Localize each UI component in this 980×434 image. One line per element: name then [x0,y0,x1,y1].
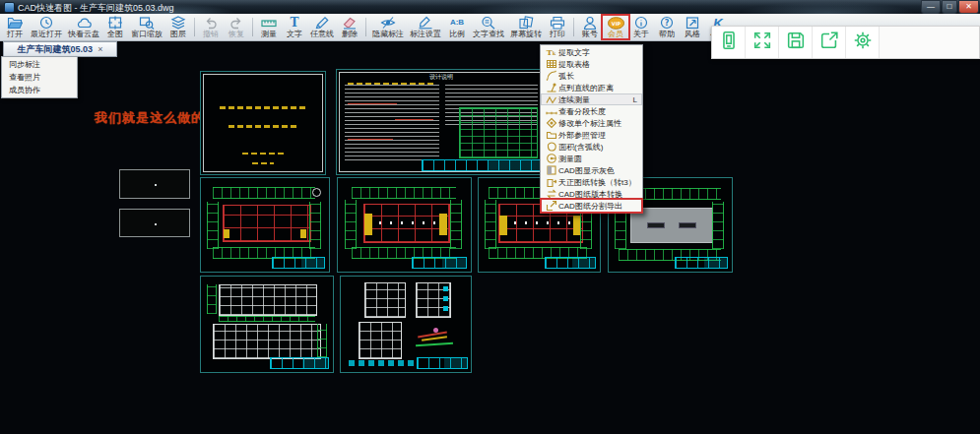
settings-gear-icon [852,30,874,55]
cad-frame-title-page [200,71,326,175]
toolbar-button-about[interactable]: 关于 [628,15,654,39]
toolbar-button-cloud-drive[interactable]: 快看云盘 [65,15,102,39]
title-block-graphic [545,257,596,269]
dimension-lines-graphic [345,200,357,249]
elevation-graphic [213,324,321,359]
maximize-button[interactable]: □ [942,0,957,14]
overlay-button-fullscreen[interactable] [746,27,779,58]
vip-dropdown-menu: Tk 提取文字 提取表格 弧长 点到直线的距离 连续测量 L 查看分段长度 修改… [540,44,643,214]
measure-circle-icon [544,153,558,164]
cad-frame-elevations [200,276,334,373]
menu-item-extract-text[interactable]: Tk 提取文字 [541,46,642,58]
toolbar-button-label: 撤销 [203,30,219,38]
toolbar-button-find-text[interactable]: 文字查找 [470,15,507,39]
toolbar-button-text[interactable]: T 文字 [282,15,307,39]
menu-item-label: 面积(含弧线) [558,142,603,153]
toolbar-button-recent[interactable]: 最近打开 [28,15,65,39]
section-graphic [364,282,406,318]
toolbar-button-label: 帮助 [659,30,675,38]
quick-context-menu: 同步标注 查看照片 成员协作 [1,56,78,98]
overlay-button-device[interactable] [712,27,746,58]
menu-item-point-to-line[interactable]: 点到直线的距离 [541,82,642,93]
canvas-slogan-text: 我们就是这么做的 [95,109,205,127]
toolbar-button-redo[interactable]: 恢复 [224,15,249,39]
drawing-graphic [443,296,448,301]
minimize-button[interactable]: — [921,0,941,14]
drawing-graphic [300,229,306,238]
menu-item-sync-annotation[interactable]: 同步标注 [2,58,77,71]
svg-text:?: ? [665,19,670,28]
title-block-graphic [675,257,728,269]
menu-item-label: 点到直线的距离 [558,83,614,93]
cad-frame-floor-plan-2 [337,177,472,273]
toolbar-button-label: 快看云盘 [68,30,99,38]
menu-item-label: 修改单个标注属性 [558,118,621,129]
toolbar-button-layers[interactable]: 图层 [165,15,191,39]
tab-close-icon[interactable]: × [98,45,102,54]
menu-item-tz-convert[interactable]: 天正图纸转换（转t3） [541,176,642,188]
open-folder-icon [7,16,23,30]
menu-item-continuous-measure[interactable]: 连续测量 L [541,93,642,105]
menu-item-edit-dim[interactable]: 修改单个标注属性 [541,117,642,129]
overlay-button-settings[interactable] [846,27,880,58]
toolbar-button-label: 测量 [261,30,277,38]
document-tab[interactable]: 生产车间建筑05.03 × [3,41,117,57]
menu-item-member-collab[interactable]: 成员协作 [2,84,77,96]
undo-icon [203,16,219,30]
floor-plan-graphic [223,205,311,242]
drawing-graphic [242,153,285,155]
toolbar-button-help[interactable]: ? 帮助 [654,15,680,39]
menu-item-label: 测量圆 [558,154,582,164]
window-title: CAD快速看图 - 生产车间建筑05.03.dwg [18,2,174,15]
layers-icon [170,16,186,30]
menu-item-label: 弧长 [558,71,574,82]
toolbar-button-scale[interactable]: A:B 比例 [444,15,470,39]
toolbar-button-measure[interactable]: 测量 [256,15,282,39]
drawing-graphic [349,360,414,366]
area-icon [544,141,558,153]
menu-item-area[interactable]: 面积(含弧线) [541,141,642,153]
drawing-graphic [443,286,448,291]
toolbar-button-hide-dims[interactable]: 隐藏标注 [369,15,407,39]
menu-item-measure-circle[interactable]: 测量圆 [541,153,642,164]
search-icon [481,16,496,30]
toolbar-button-full-extent[interactable]: 全图 [102,15,128,39]
menu-item-gray-display[interactable]: CAD图显示灰色 [541,164,642,176]
mobile-device-icon [718,30,740,55]
toolbar-button-label: 文字查找 [473,30,504,38]
toolbar-button-account[interactable]: 账号 [577,15,603,39]
toolbar-button-freeline[interactable]: 任意线 [307,15,337,39]
toolbar-button-dim-settings[interactable]: 标注设置 [407,15,444,39]
toolbar-button-style[interactable]: 风格 [680,15,705,39]
menu-item-arc-length[interactable]: 弧长 [541,70,642,82]
overlay-button-save[interactable] [779,27,813,58]
menu-item-xref-manage[interactable]: 外部参照管理 [541,129,642,141]
overlay-button-share[interactable] [813,27,846,58]
toolbar-button-delete[interactable]: 删除 [337,15,362,39]
dimension-lines-graphic [309,202,321,249]
redo-icon [229,16,244,30]
drawing-graphic [503,221,578,224]
close-button[interactable]: ✕ [958,0,979,14]
drawing-graphic [203,74,323,172]
toolbar-button-rotate-screen[interactable]: 屏幕旋转 [507,15,545,39]
continuous-measure-icon [544,93,558,105]
share-icon [818,30,840,55]
title-block-graphic [412,257,467,269]
toolbar-button-vip[interactable]: VIP 会员 [603,15,628,39]
menu-item-split-export[interactable]: CAD图纸分割导出 [541,200,642,212]
small-rect-graphic [119,169,190,199]
menu-item-view-photos[interactable]: 查看照片 [2,71,77,84]
menu-item-extract-table[interactable]: 提取表格 [541,58,642,70]
toolbar-button-label: 会员 [608,30,623,38]
scale-ab-icon: A:B [450,16,464,30]
toolbar-button-window-zoom[interactable]: 窗口缩放 [128,15,165,39]
toolbar-button-undo[interactable]: 撤销 [198,15,224,39]
menu-item-version-convert[interactable]: CAD图纸版本转换 [541,188,642,200]
menu-item-segment-length[interactable]: 查看分段长度 [541,105,642,117]
toolbar-button-print[interactable]: 打印 [545,15,570,39]
app-window: 我们就是这么做的 设计说明 [0,0,980,434]
toolbar-button-open[interactable]: 打开 [2,15,28,39]
eye-slash-icon [380,16,396,30]
cad-frame-floor-plan-1 [200,177,330,273]
